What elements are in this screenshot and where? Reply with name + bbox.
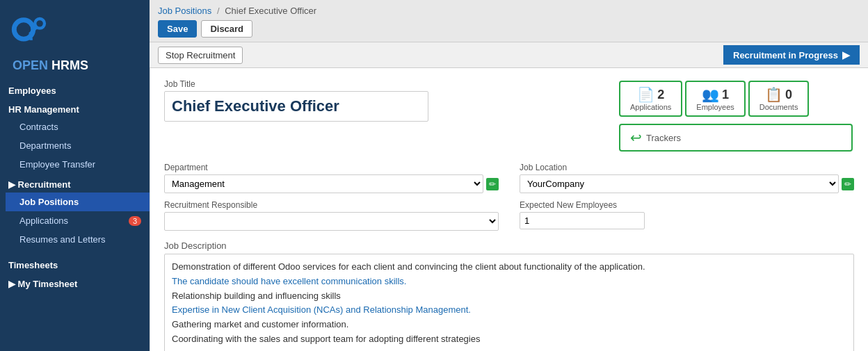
job-description-section: Job Description Demonstration of differe… xyxy=(164,240,854,351)
smart-btn-employees[interactable]: 👥 1 Employees xyxy=(685,81,745,117)
expected-employees-label: Expected New Employees xyxy=(520,200,854,210)
employees-icon: 👥 xyxy=(702,86,719,103)
job-desc-line-1: Demonstration of different Odoo services… xyxy=(172,260,846,275)
job-location-field-group: Job Location YourCompany ✏ xyxy=(520,163,854,193)
job-title-label: Job Title xyxy=(164,79,604,89)
job-location-edit-icon[interactable]: ✏ xyxy=(842,178,854,190)
top-bar: Job Positions / Chief Executive Officer … xyxy=(150,0,868,42)
logo-hrms: HRMS xyxy=(51,58,88,72)
form-section: Job Title 📄 2 Applications xyxy=(164,79,854,153)
form-left: Job Title xyxy=(164,79,604,153)
job-location-label: Job Location xyxy=(520,163,854,172)
job-location-select[interactable]: YourCompany xyxy=(520,174,839,193)
sidebar: OPEN HRMS Employees HR Management Contra… xyxy=(0,0,150,351)
fields-grid: Department Management ✏ Job Location You… xyxy=(164,163,854,231)
sidebar-item-employees[interactable]: Employees xyxy=(0,80,150,99)
breadcrumb-parent[interactable]: Job Positions xyxy=(158,6,211,16)
smart-btn-trackers[interactable]: ↩ Trackers xyxy=(619,124,853,152)
applications-icon: 📄 xyxy=(637,86,654,103)
breadcrumb-separator: / xyxy=(217,6,220,16)
sidebar-item-departments[interactable]: Departments xyxy=(6,136,150,155)
expected-employees-input[interactable] xyxy=(520,212,645,229)
trackers-icon: ↩ xyxy=(630,129,642,146)
breadcrumb-current: Chief Executive Officer xyxy=(225,6,316,16)
smart-buttons: 📄 2 Applications 👥 1 Employees xyxy=(618,79,854,118)
discard-button[interactable]: Discard xyxy=(201,20,252,38)
sidebar-item-hr-management[interactable]: HR Management xyxy=(0,99,150,117)
save-button[interactable]: Save xyxy=(158,20,197,38)
documents-icon: 📋 xyxy=(765,86,782,103)
recruitment-progress-button[interactable]: Recruitment in Progress ▶ xyxy=(723,45,860,65)
department-edit-icon[interactable]: ✏ xyxy=(486,178,499,190)
sidebar-item-contracts[interactable]: Contracts xyxy=(6,117,150,136)
sidebar-item-applications[interactable]: Applications 3 xyxy=(6,211,150,230)
smart-btn-applications[interactable]: 📄 2 Applications xyxy=(619,81,682,117)
sidebar-applications-label: Applications xyxy=(19,215,68,226)
department-select[interactable]: Management xyxy=(164,174,483,193)
department-field-group: Department Management ✏ xyxy=(164,163,499,193)
sidebar-nav: Employees HR Management Contracts Depart… xyxy=(0,80,150,351)
department-label: Department xyxy=(164,163,499,172)
expected-employees-field-group: Expected New Employees xyxy=(520,200,854,231)
form-right: 📄 2 Applications 👥 1 Employees xyxy=(618,79,854,153)
documents-label: Documents xyxy=(760,103,798,111)
job-desc-line-5: Gathering market and customer informatio… xyxy=(172,318,846,332)
sidebar-item-resumes-letters[interactable]: Resumes and Letters xyxy=(6,230,150,249)
applications-label: Applications xyxy=(630,103,671,111)
job-title-input[interactable] xyxy=(164,91,428,122)
logo-icon xyxy=(7,10,49,52)
applications-badge: 3 xyxy=(129,216,141,226)
job-desc-line-6: Coordinating with the sales and support … xyxy=(172,332,846,347)
recruitment-responsible-label: Recruitment Responsible xyxy=(164,200,499,210)
sidebar-item-my-timesheet[interactable]: ▶ My Timesheet xyxy=(0,273,150,292)
trackers-label: Trackers xyxy=(646,133,681,143)
job-description-label: Job Description xyxy=(164,240,854,251)
logo-open: OPEN xyxy=(13,58,51,72)
recruitment-responsible-field-group: Recruitment Responsible xyxy=(164,200,499,231)
arrow-icon: ▶ xyxy=(842,49,850,60)
action-bar: Stop Recruitment Recruitment in Progress… xyxy=(150,42,868,68)
sidebar-item-recruitment[interactable]: ▶ Recruitment xyxy=(0,174,150,193)
form-area: Job Title 📄 2 Applications xyxy=(150,68,868,351)
toolbar: Save Discard xyxy=(158,20,860,38)
sidebar-item-job-positions[interactable]: Job Positions xyxy=(6,193,150,211)
logo-area: OPEN HRMS xyxy=(0,0,150,80)
main-content: Job Positions / Chief Executive Officer … xyxy=(150,0,868,351)
smart-btn-documents[interactable]: 📋 0 Documents xyxy=(748,81,810,117)
recruitment-responsible-select[interactable] xyxy=(164,212,499,231)
breadcrumb: Job Positions / Chief Executive Officer xyxy=(158,6,860,16)
logo-text: OPEN HRMS xyxy=(7,58,88,73)
applications-count: 2 xyxy=(657,88,664,102)
job-description-box[interactable]: Demonstration of different Odoo services… xyxy=(164,254,854,351)
sidebar-item-timesheets[interactable]: Timesheets xyxy=(0,254,150,273)
logo-graphic xyxy=(7,10,49,52)
job-desc-line-3: Relationship building and influencing sk… xyxy=(172,289,846,304)
stop-recruitment-button[interactable]: Stop Recruitment xyxy=(158,47,243,64)
job-desc-line-2: The candidate should have excellent comm… xyxy=(172,275,846,289)
sidebar-item-employee-transfer[interactable]: Employee Transfer xyxy=(6,155,150,174)
recruitment-progress-label: Recruitment in Progress xyxy=(733,50,838,60)
employees-count: 1 xyxy=(722,88,729,102)
employees-label: Employees xyxy=(696,103,734,111)
documents-count: 0 xyxy=(785,88,792,102)
job-desc-line-4: Expertise in New Client Acquisition (NCA… xyxy=(172,303,846,318)
